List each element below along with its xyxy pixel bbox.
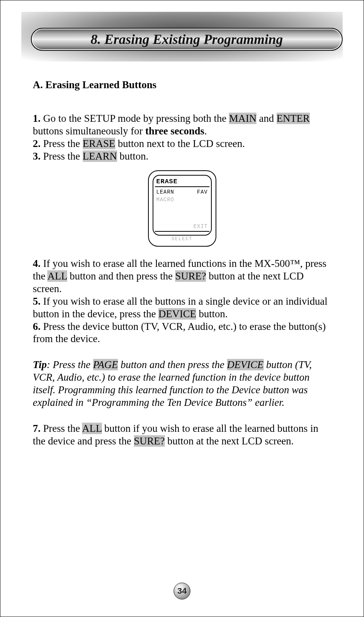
step-2-num: 2. <box>33 138 40 149</box>
chapter-banner-zone: 8. Erasing Existing Programming <box>21 12 343 58</box>
step-1-btn-main: MAIN <box>229 113 256 124</box>
step-4-btn-all: ALL <box>47 270 67 282</box>
step-5-num: 5. <box>33 296 40 307</box>
steps-block-2: 4. If you wish to erase all the learned … <box>33 257 331 346</box>
page-number: 34 <box>177 586 187 596</box>
step-2-post: button next to the LCD screen. <box>115 138 245 149</box>
lcd-spacer <box>155 204 209 223</box>
step-7-post: button at the next LCD screen. <box>165 435 294 447</box>
step-1-mid: and <box>256 113 276 124</box>
tip-block: Tip: Press the PAGE button and then pres… <box>33 359 331 409</box>
step-7-pre: Press the <box>40 423 82 434</box>
tip-btn-page: PAGE <box>93 359 118 370</box>
page-number-badge: 34 <box>174 583 190 599</box>
step-6-text: Press the device button (TV, VCR, Audio,… <box>33 321 326 345</box>
chapter-banner: 8. Erasing Existing Programming <box>31 28 343 51</box>
step-3-num: 3. <box>33 150 40 162</box>
lcd-divider <box>155 186 209 187</box>
step-4-btn-sure: SURE? <box>175 270 206 282</box>
chapter-title: 8. Erasing Existing Programming <box>90 31 283 47</box>
steps-block-3: 7. Press the ALL button if you wish to e… <box>33 422 331 447</box>
lcd-macro-label: MACRO <box>156 196 174 204</box>
lcd-exit-label: EXIT <box>193 223 208 231</box>
step-3-btn-learn: LEARN <box>83 150 117 162</box>
section-heading: A. Erasing Learned Buttons <box>33 79 331 91</box>
step-1-post2: . <box>204 125 207 137</box>
lcd-row-2: MACRO <box>155 196 209 204</box>
step-6-num: 6. <box>33 321 40 332</box>
step-4-mid: button and then press the <box>67 270 175 282</box>
step-5-btn-device: DEVICE <box>158 308 196 320</box>
step-1-post1: buttons simultaneously for <box>33 125 145 137</box>
step-1-bold: three seconds <box>145 125 205 137</box>
lcd-title: ERASE <box>155 178 209 186</box>
page-number-wrap: 34 <box>0 583 364 599</box>
tip-mid: button and then press the <box>118 359 227 370</box>
lcd-row-1: LEARN FAV <box>155 189 209 196</box>
tip-btn-device: DEVICE <box>227 359 264 370</box>
manual-page: 8. Erasing Existing Programming A. Erasi… <box>0 0 364 617</box>
tip-pre: : Press the <box>47 359 93 370</box>
step-1-btn-enter: ENTER <box>277 113 310 124</box>
lcd-fav-label: FAV <box>197 189 208 196</box>
lcd-inner-frame: ERASE LEARN FAV MACRO EXIT <box>153 175 212 236</box>
step-2-pre: Press the <box>40 138 82 149</box>
lcd-illustration: ERASE LEARN FAV MACRO EXIT <box>33 170 331 247</box>
step-3-pre: Press the <box>40 150 82 162</box>
tip-label: Tip <box>33 359 47 370</box>
step-5-post: button. <box>196 308 228 320</box>
step-3-post: button. <box>117 150 149 162</box>
step-1-pre: Go to the SETUP mode by pressing both th… <box>40 113 229 124</box>
step-7-num: 7. <box>33 423 40 434</box>
steps-block-1: 1. Go to the SETUP mode by pressing both… <box>33 112 331 163</box>
step-2-btn-erase: ERASE <box>83 138 116 149</box>
lcd-outer-frame: ERASE LEARN FAV MACRO EXIT <box>148 170 216 247</box>
step-1-num: 1. <box>33 113 40 124</box>
lcd-divider-2 <box>155 231 209 232</box>
step-7-btn-all: ALL <box>82 423 101 434</box>
page-body: A. Erasing Learned Buttons 1. Go to the … <box>0 60 364 447</box>
step-4-num: 4. <box>33 258 40 269</box>
lcd-select-label: SELECT <box>153 236 212 242</box>
lcd-row-exit: EXIT <box>155 223 209 231</box>
step-7-btn-sure: SURE? <box>134 435 165 447</box>
lcd-learn-label: LEARN <box>156 189 174 196</box>
